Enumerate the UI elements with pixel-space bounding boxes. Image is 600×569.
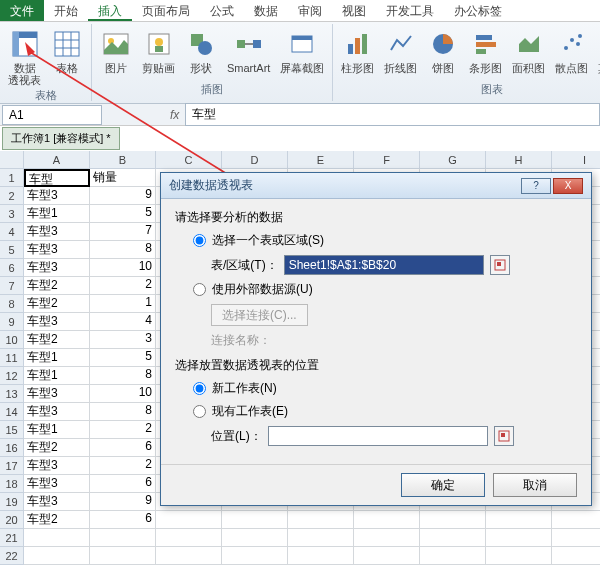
row-header[interactable]: 2 — [0, 187, 24, 205]
col-header[interactable]: D — [222, 151, 288, 169]
cell[interactable]: 车型1 — [24, 205, 90, 223]
picture-button[interactable]: 图片 — [98, 26, 134, 76]
cell[interactable]: 车型2 — [24, 439, 90, 457]
workbook-tab[interactable]: 工作簿1 [兼容模式] * — [2, 127, 120, 150]
tab-office[interactable]: 办公标签 — [444, 0, 512, 21]
row-header[interactable]: 14 — [0, 403, 24, 421]
table-button[interactable]: 表格 — [49, 26, 85, 76]
range-picker-button[interactable] — [490, 255, 510, 275]
cell[interactable]: 车型3 — [24, 313, 90, 331]
fx-icon[interactable]: fx — [164, 108, 185, 122]
row-header[interactable]: 16 — [0, 439, 24, 457]
area-chart-button[interactable]: 面积图 — [510, 26, 547, 76]
pie-chart-button[interactable]: 饼图 — [425, 26, 461, 76]
radio-new-sheet[interactable] — [193, 382, 206, 395]
cell[interactable] — [486, 529, 552, 547]
clipart-button[interactable]: 剪贴画 — [140, 26, 177, 76]
row-header[interactable]: 5 — [0, 241, 24, 259]
col-header[interactable]: I — [552, 151, 600, 169]
cell[interactable]: 8 — [90, 241, 156, 259]
cell[interactable]: 车型3 — [24, 259, 90, 277]
cell[interactable]: 6 — [90, 475, 156, 493]
tab-insert[interactable]: 插入 — [88, 0, 132, 21]
range-input[interactable]: Sheet1!$A$1:$B$20 — [284, 255, 484, 275]
row-header[interactable]: 3 — [0, 205, 24, 223]
cell[interactable] — [552, 529, 600, 547]
cell[interactable] — [354, 511, 420, 529]
row-header[interactable]: 1 — [0, 169, 24, 187]
cell[interactable]: 车型1 — [24, 367, 90, 385]
row-header[interactable]: 4 — [0, 223, 24, 241]
cell[interactable] — [24, 529, 90, 547]
cancel-button[interactable]: 取消 — [493, 473, 577, 497]
cell[interactable]: 车型2 — [24, 511, 90, 529]
cell[interactable] — [90, 547, 156, 565]
cell[interactable] — [24, 547, 90, 565]
cell[interactable]: 车型3 — [24, 493, 90, 511]
cell[interactable] — [156, 529, 222, 547]
cell[interactable]: 车型3 — [24, 403, 90, 421]
col-header[interactable]: E — [288, 151, 354, 169]
select-all-corner[interactable] — [0, 151, 24, 169]
cell[interactable]: 车型3 — [24, 475, 90, 493]
location-input[interactable] — [268, 426, 488, 446]
cell[interactable] — [222, 529, 288, 547]
cell[interactable]: 车型3 — [24, 187, 90, 205]
cell[interactable] — [222, 547, 288, 565]
cell[interactable]: 10 — [90, 385, 156, 403]
radio-external[interactable] — [193, 283, 206, 296]
tab-home[interactable]: 开始 — [44, 0, 88, 21]
cell[interactable]: 车型 — [24, 169, 90, 187]
col-header[interactable]: A — [24, 151, 90, 169]
cell[interactable]: 车型3 — [24, 457, 90, 475]
cell[interactable]: 车型1 — [24, 421, 90, 439]
cell[interactable] — [156, 511, 222, 529]
row-header[interactable]: 21 — [0, 529, 24, 547]
cell[interactable]: 9 — [90, 493, 156, 511]
cell[interactable]: 车型2 — [24, 331, 90, 349]
screenshot-button[interactable]: 屏幕截图 — [278, 26, 326, 76]
row-header[interactable]: 19 — [0, 493, 24, 511]
row-header[interactable]: 15 — [0, 421, 24, 439]
scatter-chart-button[interactable]: 散点图 — [553, 26, 590, 76]
col-header[interactable]: F — [354, 151, 420, 169]
row-header[interactable]: 11 — [0, 349, 24, 367]
radio-select-range[interactable] — [193, 234, 206, 247]
cell[interactable]: 5 — [90, 205, 156, 223]
cell[interactable]: 6 — [90, 439, 156, 457]
cell[interactable] — [156, 547, 222, 565]
cell[interactable]: 车型2 — [24, 295, 90, 313]
cell[interactable] — [288, 547, 354, 565]
tab-dev[interactable]: 开发工具 — [376, 0, 444, 21]
cell[interactable] — [486, 511, 552, 529]
row-header[interactable]: 7 — [0, 277, 24, 295]
cell[interactable] — [222, 511, 288, 529]
tab-data[interactable]: 数据 — [244, 0, 288, 21]
tab-pagelayout[interactable]: 页面布局 — [132, 0, 200, 21]
cell[interactable]: 销量 — [90, 169, 156, 187]
cell[interactable]: 8 — [90, 403, 156, 421]
help-button[interactable]: ? — [521, 178, 551, 194]
cell[interactable]: 2 — [90, 457, 156, 475]
cell[interactable]: 4 — [90, 313, 156, 331]
dialog-titlebar[interactable]: 创建数据透视表 ? X — [161, 173, 591, 199]
row-header[interactable]: 9 — [0, 313, 24, 331]
row-header[interactable]: 22 — [0, 547, 24, 565]
ok-button[interactable]: 确定 — [401, 473, 485, 497]
cell[interactable]: 5 — [90, 349, 156, 367]
cell[interactable] — [90, 529, 156, 547]
close-button[interactable]: X — [553, 178, 583, 194]
cell[interactable] — [420, 529, 486, 547]
shapes-button[interactable]: 形状 — [183, 26, 219, 76]
row-header[interactable]: 13 — [0, 385, 24, 403]
cell[interactable] — [354, 547, 420, 565]
other-chart-button[interactable]: 其他图表 — [596, 26, 600, 76]
column-chart-button[interactable]: 柱形图 — [339, 26, 376, 76]
pivot-table-button[interactable]: 数据 透视表 — [6, 26, 43, 88]
cell[interactable] — [420, 547, 486, 565]
tab-formulas[interactable]: 公式 — [200, 0, 244, 21]
location-picker-button[interactable] — [494, 426, 514, 446]
bar-chart-button[interactable]: 条形图 — [467, 26, 504, 76]
col-header[interactable]: B — [90, 151, 156, 169]
smartart-button[interactable]: SmartArt — [225, 26, 272, 76]
